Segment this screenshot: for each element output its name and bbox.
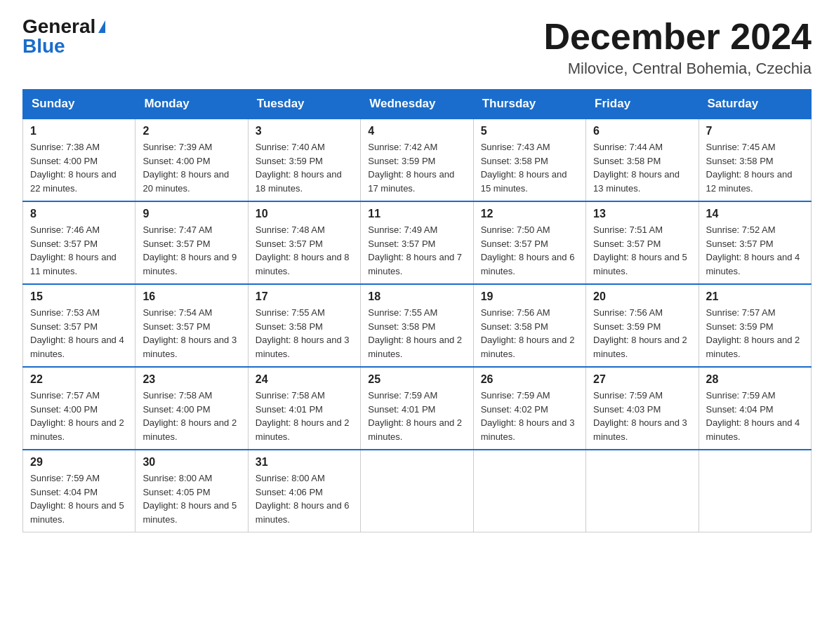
calendar-cell: 15 Sunrise: 7:53 AMSunset: 3:57 PMDaylig… — [23, 284, 135, 367]
logo-triangle-icon — [98, 20, 105, 33]
day-info: Sunrise: 7:59 AMSunset: 4:01 PMDaylight:… — [368, 390, 462, 442]
logo-blue-text: Blue — [22, 36, 65, 56]
day-number: 3 — [256, 125, 353, 137]
day-info: Sunrise: 7:59 AMSunset: 4:02 PMDaylight:… — [481, 390, 575, 442]
calendar-cell — [473, 450, 585, 532]
day-number: 17 — [256, 290, 353, 303]
calendar-cell: 24 Sunrise: 7:58 AMSunset: 4:01 PMDaylig… — [248, 367, 360, 450]
day-info: Sunrise: 7:48 AMSunset: 3:57 PMDaylight:… — [256, 224, 350, 276]
calendar-week-5: 29 Sunrise: 7:59 AMSunset: 4:04 PMDaylig… — [23, 450, 812, 532]
logo: General Blue — [22, 17, 105, 56]
day-info: Sunrise: 7:55 AMSunset: 3:58 PMDaylight:… — [256, 307, 350, 359]
calendar-cell — [361, 450, 473, 532]
header-saturday: Saturday — [699, 90, 811, 119]
day-info: Sunrise: 7:57 AMSunset: 4:00 PMDaylight:… — [30, 390, 124, 442]
day-number: 7 — [706, 125, 804, 137]
day-number: 2 — [143, 125, 240, 137]
day-number: 20 — [593, 290, 691, 303]
day-info: Sunrise: 7:40 AMSunset: 3:59 PMDaylight:… — [256, 142, 342, 194]
month-title: December 2024 — [543, 17, 812, 57]
day-info: Sunrise: 7:42 AMSunset: 3:59 PMDaylight:… — [368, 142, 454, 194]
day-number: 1 — [30, 125, 128, 137]
day-number: 5 — [481, 125, 578, 137]
day-number: 22 — [30, 373, 128, 386]
day-info: Sunrise: 7:58 AMSunset: 4:00 PMDaylight:… — [143, 390, 237, 442]
day-info: Sunrise: 7:49 AMSunset: 3:57 PMDaylight:… — [368, 224, 462, 276]
day-number: 14 — [706, 208, 804, 220]
day-info: Sunrise: 8:00 AMSunset: 4:06 PMDaylight:… — [256, 473, 350, 525]
day-info: Sunrise: 7:52 AMSunset: 3:57 PMDaylight:… — [706, 224, 800, 276]
day-number: 8 — [30, 208, 128, 220]
day-number: 16 — [143, 290, 240, 303]
day-info: Sunrise: 7:59 AMSunset: 4:03 PMDaylight:… — [593, 390, 687, 442]
location-title: Milovice, Central Bohemia, Czechia — [543, 60, 812, 78]
day-number: 10 — [256, 208, 353, 220]
calendar-cell: 22 Sunrise: 7:57 AMSunset: 4:00 PMDaylig… — [23, 367, 135, 450]
calendar-cell: 16 Sunrise: 7:54 AMSunset: 3:57 PMDaylig… — [135, 284, 248, 367]
day-number: 19 — [481, 290, 578, 303]
calendar-week-2: 8 Sunrise: 7:46 AMSunset: 3:57 PMDayligh… — [23, 201, 812, 284]
day-number: 25 — [368, 373, 465, 386]
calendar-cell: 4 Sunrise: 7:42 AMSunset: 3:59 PMDayligh… — [361, 119, 473, 201]
day-info: Sunrise: 7:38 AMSunset: 4:00 PMDaylight:… — [30, 142, 117, 194]
calendar-cell: 31 Sunrise: 8:00 AMSunset: 4:06 PMDaylig… — [248, 450, 360, 532]
day-info: Sunrise: 7:46 AMSunset: 3:57 PMDaylight:… — [30, 224, 117, 276]
title-block: December 2024 Milovice, Central Bohemia,… — [543, 17, 812, 78]
day-number: 27 — [593, 373, 691, 386]
calendar-cell: 1 Sunrise: 7:38 AMSunset: 4:00 PMDayligh… — [23, 119, 135, 201]
calendar-cell: 17 Sunrise: 7:55 AMSunset: 3:58 PMDaylig… — [248, 284, 360, 367]
calendar-cell: 29 Sunrise: 7:59 AMSunset: 4:04 PMDaylig… — [23, 450, 135, 532]
day-number: 4 — [368, 125, 465, 137]
day-info: Sunrise: 7:59 AMSunset: 4:04 PMDaylight:… — [30, 473, 124, 525]
calendar-cell: 20 Sunrise: 7:56 AMSunset: 3:59 PMDaylig… — [586, 284, 699, 367]
day-number: 23 — [143, 373, 240, 386]
day-number: 26 — [481, 373, 578, 386]
day-number: 18 — [368, 290, 465, 303]
day-info: Sunrise: 7:39 AMSunset: 4:00 PMDaylight:… — [143, 142, 229, 194]
calendar-cell: 25 Sunrise: 7:59 AMSunset: 4:01 PMDaylig… — [361, 367, 473, 450]
day-number: 6 — [593, 125, 691, 137]
day-info: Sunrise: 7:45 AMSunset: 3:58 PMDaylight:… — [706, 142, 793, 194]
day-info: Sunrise: 7:58 AMSunset: 4:01 PMDaylight:… — [256, 390, 350, 442]
calendar-cell: 5 Sunrise: 7:43 AMSunset: 3:58 PMDayligh… — [473, 119, 585, 201]
calendar-cell: 14 Sunrise: 7:52 AMSunset: 3:57 PMDaylig… — [699, 201, 811, 284]
calendar-cell: 21 Sunrise: 7:57 AMSunset: 3:59 PMDaylig… — [699, 284, 811, 367]
day-info: Sunrise: 7:44 AMSunset: 3:58 PMDaylight:… — [593, 142, 680, 194]
calendar-cell: 18 Sunrise: 7:55 AMSunset: 3:58 PMDaylig… — [361, 284, 473, 367]
header-monday: Monday — [135, 90, 248, 119]
day-number: 30 — [143, 456, 240, 469]
calendar-week-1: 1 Sunrise: 7:38 AMSunset: 4:00 PMDayligh… — [23, 119, 812, 201]
calendar-cell: 19 Sunrise: 7:56 AMSunset: 3:58 PMDaylig… — [473, 284, 585, 367]
calendar-header-row: SundayMondayTuesdayWednesdayThursdayFrid… — [23, 90, 812, 119]
day-number: 9 — [143, 208, 240, 220]
day-number: 13 — [593, 208, 691, 220]
calendar-cell: 2 Sunrise: 7:39 AMSunset: 4:00 PMDayligh… — [135, 119, 248, 201]
calendar-cell: 9 Sunrise: 7:47 AMSunset: 3:57 PMDayligh… — [135, 201, 248, 284]
logo-general-text: General — [22, 17, 95, 36]
day-info: Sunrise: 7:55 AMSunset: 3:58 PMDaylight:… — [368, 307, 462, 359]
header-friday: Friday — [586, 90, 699, 119]
page-header: General Blue December 2024 Milovice, Cen… — [22, 17, 812, 78]
day-number: 28 — [706, 373, 804, 386]
day-info: Sunrise: 7:53 AMSunset: 3:57 PMDaylight:… — [30, 307, 124, 359]
header-thursday: Thursday — [473, 90, 585, 119]
calendar-cell: 11 Sunrise: 7:49 AMSunset: 3:57 PMDaylig… — [361, 201, 473, 284]
calendar-cell: 7 Sunrise: 7:45 AMSunset: 3:58 PMDayligh… — [699, 119, 811, 201]
calendar-cell: 12 Sunrise: 7:50 AMSunset: 3:57 PMDaylig… — [473, 201, 585, 284]
day-number: 12 — [481, 208, 578, 220]
calendar-week-4: 22 Sunrise: 7:57 AMSunset: 4:00 PMDaylig… — [23, 367, 812, 450]
day-info: Sunrise: 7:43 AMSunset: 3:58 PMDaylight:… — [481, 142, 567, 194]
day-number: 15 — [30, 290, 128, 303]
calendar-cell: 10 Sunrise: 7:48 AMSunset: 3:57 PMDaylig… — [248, 201, 360, 284]
day-info: Sunrise: 8:00 AMSunset: 4:05 PMDaylight:… — [143, 473, 237, 525]
calendar-cell: 26 Sunrise: 7:59 AMSunset: 4:02 PMDaylig… — [473, 367, 585, 450]
calendar-cell — [699, 450, 811, 532]
day-number: 24 — [256, 373, 353, 386]
header-tuesday: Tuesday — [248, 90, 360, 119]
calendar-cell: 13 Sunrise: 7:51 AMSunset: 3:57 PMDaylig… — [586, 201, 699, 284]
calendar-cell: 6 Sunrise: 7:44 AMSunset: 3:58 PMDayligh… — [586, 119, 699, 201]
day-info: Sunrise: 7:59 AMSunset: 4:04 PMDaylight:… — [706, 390, 800, 442]
day-info: Sunrise: 7:51 AMSunset: 3:57 PMDaylight:… — [593, 224, 687, 276]
day-info: Sunrise: 7:47 AMSunset: 3:57 PMDaylight:… — [143, 224, 237, 276]
calendar-cell: 28 Sunrise: 7:59 AMSunset: 4:04 PMDaylig… — [699, 367, 811, 450]
